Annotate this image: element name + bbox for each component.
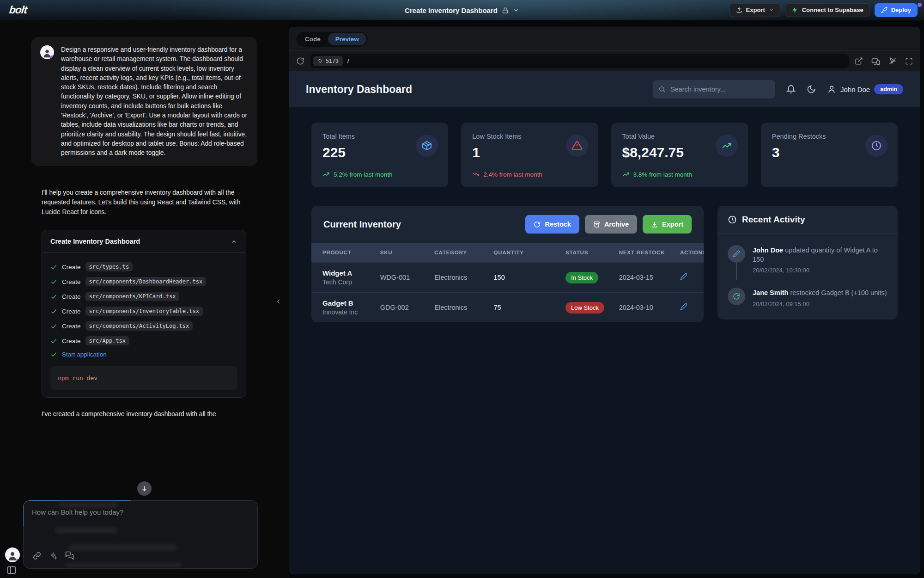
toggle-sidebar-icon[interactable] [6,565,17,575]
col-status: Status [561,243,614,263]
tab-code[interactable]: Code [298,33,328,45]
open-external-icon[interactable] [855,57,863,65]
attach-link-icon[interactable] [33,551,41,560]
edit-row-icon[interactable] [680,273,687,280]
product-quantity[interactable]: 75 [489,293,561,323]
user-prompt-text: Design a responsive and user-friendly in… [61,45,248,158]
search-input[interactable] [670,86,770,93]
artifact-step: Create src/components/InventoryTable.tsx [50,304,237,319]
chat-input-toolbar [33,551,74,560]
start-application-link[interactable]: Start application [62,351,107,358]
bulk-action-buttons: Restock Archive [525,215,692,234]
project-title-group[interactable]: Create Inventory Dashboard [405,0,519,20]
product-supplier: Innovate Inc [322,308,371,316]
refresh-icon [534,221,541,228]
top-bar: bolt Create Inventory Dashboard Export C… [0,0,924,20]
download-icon [651,221,658,228]
discuss-mode-icon[interactable] [65,551,74,560]
deploy-button[interactable]: Deploy [875,3,918,17]
workbench-panel: Code Preview 5173 / [289,27,920,574]
kpi-trend: 3.8% from last month [622,171,693,178]
activity-list: John Doe updated quantity of Widget A to… [717,234,898,320]
step-file[interactable]: src/App.tsx [85,336,129,345]
artifact-step: Create src/App.tsx [50,333,237,348]
bolt-logo[interactable]: bolt [9,4,28,16]
export-label: Export [746,6,765,13]
terminal-command: npm run dev [50,366,237,390]
inspector-toggle-icon[interactable] [888,57,897,65]
col-actions: Actions [675,243,704,263]
search-icon [658,86,666,93]
kpi-icon-circle [566,135,588,157]
preview-tools [855,57,913,66]
artifact-header: Create Inventory Dashboard [42,230,246,253]
inventory-table: Product SKU Category Quantity Status Nex… [311,243,704,322]
kpi-icon-circle [416,135,438,157]
edit-row-icon[interactable] [680,303,687,310]
edit-activity-icon [728,245,745,263]
user-avatar [40,45,54,59]
account-avatar[interactable] [5,547,20,562]
connect-supabase-button[interactable]: Connect to Supabase [785,3,870,17]
step-file[interactable]: src/components/InventoryTable.tsx [85,307,203,316]
avatar-status-dot [50,55,54,59]
product-name: Gadget B [322,299,371,307]
restock-button[interactable]: Restock [525,215,579,234]
kpi-pending-restocks: Pending Restocks 3 [761,123,898,187]
restock-label: Restock [545,221,571,228]
artifact-collapse-button[interactable] [222,230,246,252]
check-icon [50,323,57,330]
redacted-blob [68,545,177,551]
product-name: Widget A [322,269,371,277]
step-file[interactable]: src/types.ts [85,262,133,271]
kpi-total-value: Total Value $8,247.75 3.8% from last mon… [611,123,748,187]
chevron-down-icon[interactable] [513,7,519,13]
collapse-chat-chevron[interactable] [275,298,282,305]
export-csv-button[interactable]: Export [643,215,692,234]
redacted-blob [65,562,182,567]
inventory-search[interactable] [653,80,775,98]
fullscreen-icon[interactable] [905,57,913,65]
preview-address-bar[interactable]: 5173 / [310,54,849,68]
app-preview: Inventory Dashboard [289,72,920,574]
reload-icon[interactable] [296,57,304,65]
chat-input-box[interactable] [23,500,258,569]
sparkles-icon[interactable] [49,551,57,560]
user-name: John Doe [840,86,870,93]
col-next-restock: Next Restock [614,243,675,263]
col-quantity: Quantity [489,243,561,263]
step-file[interactable]: src/components/DashboardHeader.tsx [85,277,207,286]
supabase-zap-icon [791,6,798,13]
dark-mode-toggle-icon[interactable] [807,85,816,94]
responsive-devices-icon[interactable] [871,57,880,66]
archive-label: Archive [604,221,629,228]
trending-down-icon [472,171,480,178]
archive-button[interactable]: Archive [585,215,637,234]
port-badge[interactable]: 5173 [313,56,343,66]
command-binary: npm [58,375,72,381]
export-button[interactable]: Export [729,3,780,17]
plug-icon [317,58,323,64]
product-supplier: Tech Corp [322,278,371,286]
activity-action: restocked Gadget B (+100 units) [790,289,887,296]
preview-url-row: 5173 / [289,50,920,72]
chat-input[interactable] [32,508,235,536]
kpi-trend: 5.2% from last month [322,171,393,178]
step-file[interactable]: src/components/KPICard.tsx [85,292,180,301]
artifact-steps: Create src/types.ts Create src/component… [42,253,246,397]
step-action: Create [62,278,81,285]
view-tab-group: Code Preview [296,31,368,47]
kpi-icon-circle [865,135,888,157]
activity-timestamp: 20/02/2024, 09:15:00 [753,301,887,307]
product-sku: WDG-001 [376,263,430,293]
user-menu[interactable]: John Doe admin [827,84,903,94]
step-file[interactable]: src/components/ActivityLog.tsx [85,321,193,331]
artifact-step: Create src/types.ts [50,259,237,274]
bell-icon[interactable] [786,85,796,94]
product-quantity[interactable]: 150 [489,263,561,293]
scroll-to-bottom-button[interactable] [137,481,152,496]
activity-user: Jane Smith [753,289,788,296]
step-action: Create [62,293,81,300]
chat-panel: Design a responsive and user-friendly in… [0,20,289,578]
tab-preview[interactable]: Preview [328,33,366,45]
